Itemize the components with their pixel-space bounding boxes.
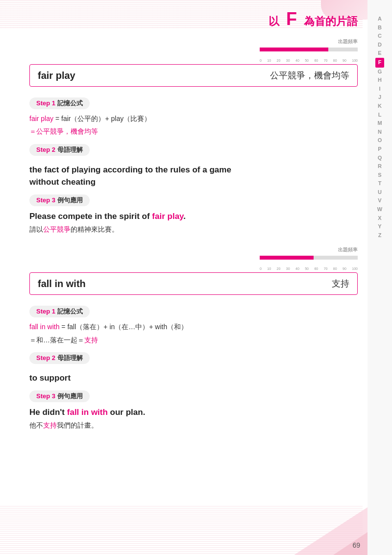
header-prefix: 以 xyxy=(269,15,279,27)
step2-badge-1: Step 2 母語理解 xyxy=(29,144,90,156)
main-content: 出題頻率 0 10 20 30 40 50 60 70 80 90 100 fa… xyxy=(0,33,392,440)
sidebar-letter-h: H xyxy=(378,76,382,85)
sidebar-letter-m: M xyxy=(377,119,382,128)
freq-container-1: 出題頻率 0 10 20 30 40 50 60 70 80 90 100 xyxy=(29,38,358,62)
entry2: 出題頻率 0 10 20 30 40 50 60 70 80 90 100 fa… xyxy=(29,246,358,431)
formula1-1: fair play = fair（公平的）+ play（比賽） xyxy=(29,113,358,124)
formula1-2: fall in with = fall（落在）+ in（在…中）+ with（和… xyxy=(29,321,358,332)
freq-fill-1 xyxy=(260,48,328,51)
step1-badge-1: Step 1 記憶公式 xyxy=(29,97,90,109)
sidebar-letter-k: K xyxy=(378,102,382,111)
header-title: 以 F 為首的片語 xyxy=(269,15,358,27)
formula2-1: ＝公平競爭，機會均等 xyxy=(29,126,358,137)
sidebar-letter-i: I xyxy=(379,85,380,94)
sidebar-letter-n: N xyxy=(378,128,382,137)
example-zh-2: 他不支持我們的計畫。 xyxy=(29,420,358,431)
step1-badge-2: Step 1 記憶公式 xyxy=(29,306,90,317)
step2-badge-2: Step 2 母語理解 xyxy=(29,352,90,364)
section-gap xyxy=(29,235,358,246)
step3-badge-1: Step 3 例句應用 xyxy=(29,194,90,206)
freq-bar-2 xyxy=(260,254,358,261)
phrase-en-1: fair play xyxy=(38,70,75,81)
sidebar-letter-b: B xyxy=(378,24,382,32)
sidebar-letter-a: A xyxy=(378,15,382,24)
definition-1: the fact of playing according to the rul… xyxy=(29,164,358,189)
freq-scale-2: 0 10 20 30 40 50 60 70 80 90 100 xyxy=(260,267,358,270)
sidebar-letter-c: C xyxy=(378,32,382,41)
example-en-2: He didn't fall in with our plan. xyxy=(29,406,358,419)
sidebar-letter-w: W xyxy=(377,205,382,214)
sidebar-letter-u: U xyxy=(378,188,382,197)
header-big-letter: F xyxy=(286,9,297,29)
sidebar-letter-o: O xyxy=(378,136,382,145)
sidebar-letter-y: Y xyxy=(378,222,381,231)
phrase-zh-1: 公平競爭，機會均等 xyxy=(270,70,349,81)
sidebar-letter-t: T xyxy=(378,179,382,188)
freq-container-2: 出題頻率 0 10 20 30 40 50 60 70 80 90 100 xyxy=(29,246,358,270)
phrase-en-2: fall in with xyxy=(38,278,86,290)
sidebar-letter-z: Z xyxy=(378,231,382,240)
freq-bar-1 xyxy=(260,46,358,53)
header-suffix: 為首的片語 xyxy=(304,15,358,27)
alphabet-sidebar: ABCDEFGHIJKLMNOPQRSTUVWXYZ xyxy=(368,0,392,555)
phrase-zh-2: 支持 xyxy=(332,278,349,290)
phrase-box-1: fair play 公平競爭，機會均等 xyxy=(29,64,358,87)
freq-label-2: 出題頻率 xyxy=(338,246,358,253)
freq-scale-1: 0 10 20 30 40 50 60 70 80 90 100 xyxy=(260,59,358,62)
sidebar-letter-p: P xyxy=(378,145,381,154)
sidebar-letter-x: X xyxy=(378,214,381,223)
example-zh-1: 請以公平競爭的精神來比賽。 xyxy=(29,224,358,235)
sidebar-letter-f: F xyxy=(375,58,385,68)
page-header: 以 F 為首的片語 xyxy=(0,0,392,33)
sidebar-letter-j: J xyxy=(378,93,381,102)
phrase-box-2: fall in with 支持 xyxy=(29,272,358,295)
sidebar-letter-v: V xyxy=(378,196,381,205)
sidebar-letter-q: Q xyxy=(378,154,382,163)
sidebar-letter-d: D xyxy=(378,41,382,49)
sidebar-letter-s: S xyxy=(378,171,381,180)
step3-badge-2: Step 3 例句應用 xyxy=(29,390,90,402)
example-en-1: Please compete in the spirit of fair pla… xyxy=(29,210,358,223)
freq-label-1: 出題頻率 xyxy=(338,38,358,45)
sidebar-letter-g: G xyxy=(378,68,382,76)
page-number: 69 xyxy=(352,541,360,549)
definition-2: to support xyxy=(29,372,358,385)
freq-fill-2 xyxy=(260,256,314,260)
formula2-2: ＝和…落在一起＝支持 xyxy=(29,335,358,345)
sidebar-letter-l: L xyxy=(378,111,382,120)
entry1: 出題頻率 0 10 20 30 40 50 60 70 80 90 100 fa… xyxy=(29,38,358,235)
sidebar-letter-r: R xyxy=(378,162,382,171)
sidebar-letter-e: E xyxy=(378,49,381,58)
